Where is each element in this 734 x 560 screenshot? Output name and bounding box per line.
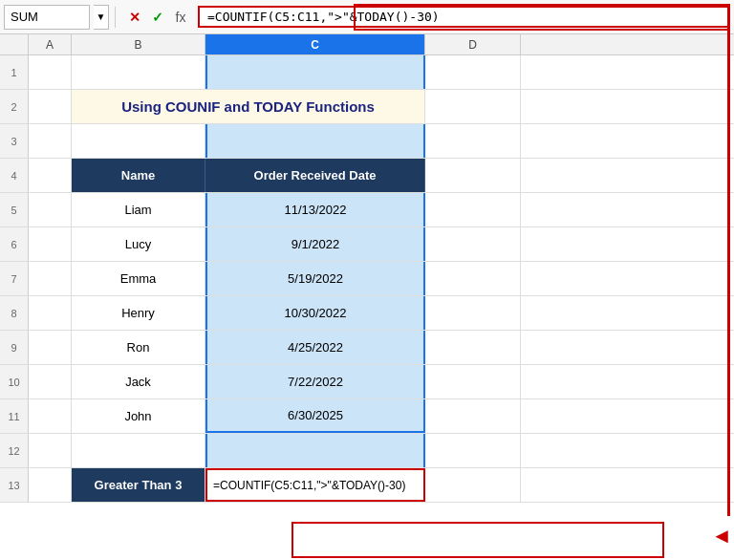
cell-13a[interactable] (29, 468, 72, 502)
cell-10d[interactable] (425, 365, 521, 398)
cell-13d[interactable] (425, 468, 521, 502)
cell-1d[interactable] (425, 55, 521, 89)
row-num-3: 3 (0, 124, 29, 158)
confirm-icon[interactable]: ✓ (148, 10, 167, 25)
cell-5d[interactable] (425, 193, 521, 226)
col-header-d[interactable]: D (425, 34, 521, 54)
row-num-header (0, 34, 29, 54)
cell-12d[interactable] (425, 434, 521, 467)
row-num-5: 5 (0, 193, 29, 226)
cell-3c[interactable] (205, 124, 425, 158)
row-num-6: 6 (0, 227, 29, 261)
table-row: 1 (0, 55, 734, 90)
cell-9a[interactable] (29, 331, 72, 364)
row-num-13: 13 (0, 468, 29, 502)
header-name: Name (72, 159, 205, 192)
cell-5c[interactable]: 11/13/2022 (205, 193, 425, 226)
name-box[interactable]: SUM (4, 5, 90, 30)
cell-1b[interactable] (72, 55, 205, 89)
cell-1c[interactable] (205, 55, 425, 89)
cell-8c[interactable]: 10/30/2022 (205, 296, 425, 330)
cell-9b[interactable]: Ron (72, 331, 205, 364)
row-num-2: 2 (0, 90, 29, 123)
row-num-4: 4 (0, 159, 29, 192)
row-num-11: 11 (0, 399, 29, 433)
col-header-b[interactable]: B (72, 34, 205, 54)
header-date: Order Received Date (205, 159, 425, 192)
spreadsheet: A B C D 1 2 Using COUNIF and TODAY Funct… (0, 34, 734, 560)
cell-11c[interactable]: 6/30/2025 (205, 399, 425, 433)
row-num-8: 8 (0, 296, 29, 330)
cell-2a[interactable] (29, 90, 72, 123)
formula-result-row: 13 Greater Than 3 =COUNTIF(C5:C11,">"&TO… (0, 468, 734, 503)
cell-8a[interactable] (29, 296, 72, 330)
cell-12b[interactable] (72, 434, 205, 467)
cell-3a[interactable] (29, 124, 72, 158)
cell-13c-formula[interactable]: =COUNTIF(C5:C11,">"&TODAY()-30) (205, 468, 425, 502)
formula-bar-divider (115, 7, 116, 28)
cell-10c[interactable]: 7/22/2022 (205, 365, 425, 398)
row-num-7: 7 (0, 262, 29, 295)
cell-3d[interactable] (425, 124, 521, 158)
col-header-a[interactable]: A (29, 34, 72, 54)
table-row: 3 (0, 124, 734, 159)
cell-4a[interactable] (29, 159, 72, 192)
cell-11d[interactable] (425, 399, 521, 433)
cell-11b[interactable]: John (72, 399, 205, 433)
table-row: 5 Liam 11/13/2022 (0, 193, 734, 227)
table-row: 11 John 6/30/2025 (0, 399, 734, 434)
cell-8d[interactable] (425, 296, 521, 330)
table-row: 7 Emma 5/19/2022 (0, 262, 734, 296)
row-num-10: 10 (0, 365, 29, 398)
title-cell: Using COUNIF and TODAY Functions (72, 90, 425, 123)
table-row: 2 Using COUNIF and TODAY Functions (0, 90, 734, 124)
table-row: 6 Lucy 9/1/2022 (0, 227, 734, 262)
cell-6a[interactable] (29, 227, 72, 261)
cell-12c[interactable] (205, 434, 425, 467)
cell-5a[interactable] (29, 193, 72, 226)
table-row: 12 (0, 434, 734, 468)
cell-7a[interactable] (29, 262, 72, 295)
cell-9c[interactable]: 4/25/2022 (205, 331, 425, 364)
table-row: 4 Name Order Received Date (0, 159, 734, 193)
cell-4d[interactable] (425, 159, 521, 192)
cell-11a[interactable] (29, 399, 72, 433)
cell-5b[interactable]: Liam (72, 193, 205, 226)
cell-3b[interactable] (72, 124, 205, 158)
table-row: 8 Henry 10/30/2022 (0, 296, 734, 331)
cell-6d[interactable] (425, 227, 521, 261)
cell-10a[interactable] (29, 365, 72, 398)
formula-bar: SUM ▼ ✕ ✓ fx =COUNTIF(C5:C11,">"&TODAY()… (0, 0, 734, 34)
col-header-c[interactable]: C (205, 34, 425, 54)
column-headers: A B C D (0, 34, 734, 55)
formula-input[interactable]: =COUNTIF(C5:C11,">"&TODAY()-30) (198, 6, 730, 28)
cell-6c[interactable]: 9/1/2022 (205, 227, 425, 261)
row-num-9: 9 (0, 331, 29, 364)
row-num-12: 12 (0, 434, 29, 467)
table-row: 9 Ron 4/25/2022 (0, 331, 734, 365)
rows-area: 1 2 Using COUNIF and TODAY Functions 3 4… (0, 55, 734, 560)
cell-1a[interactable] (29, 55, 72, 89)
cell-6b[interactable]: Lucy (72, 227, 205, 261)
cell-7c[interactable]: 5/19/2022 (205, 262, 425, 295)
cell-8b[interactable]: Henry (72, 296, 205, 330)
cell-2d[interactable] (425, 90, 521, 123)
fx-icon[interactable]: fx (171, 10, 190, 25)
cell-7b[interactable]: Emma (72, 262, 205, 295)
cell-10b[interactable]: Jack (72, 365, 205, 398)
cell-7d[interactable] (425, 262, 521, 295)
table-row: 10 Jack 7/22/2022 (0, 365, 734, 399)
name-box-dropdown[interactable]: ▼ (94, 5, 109, 30)
cell-9d[interactable] (425, 331, 521, 364)
cell-13b-label: Greater Than 3 (72, 468, 205, 502)
row-num-1: 1 (0, 55, 29, 89)
cancel-icon[interactable]: ✕ (125, 10, 144, 25)
formula-bar-icons: ✕ ✓ fx (125, 10, 190, 25)
cell-12a[interactable] (29, 434, 72, 467)
